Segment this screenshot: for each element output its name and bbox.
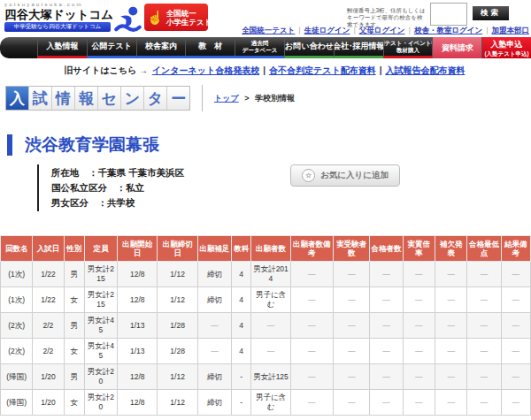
nav-item-label: 校舎案内 <box>145 41 177 52</box>
cell: — <box>467 262 501 287</box>
school-summary: 所在地 ：千葉県 千葉市美浜区国公私立区分 ：私立男女区分 ：共学校 ☆ お気に… <box>0 164 531 211</box>
vertical-divider <box>202 85 203 111</box>
cell: — <box>467 313 501 339</box>
cell: — <box>467 364 501 390</box>
old-site-label: 旧サイトはこちら → <box>65 65 148 75</box>
top-link-0[interactable]: 全国統一テスト <box>242 26 295 34</box>
cell: 1/28 <box>158 339 197 364</box>
cell: 1/28 <box>158 313 197 339</box>
app-logo[interactable]: yotsuyaotsuka.com 四谷大塚ドットコム 中学受験なら四谷大塚ドッ… <box>4 2 112 32</box>
cell: (2次) <box>1 313 33 339</box>
favorite-button-label: お気に入りに追加 <box>320 170 389 181</box>
logo-char: セ <box>97 87 120 110</box>
cell: — <box>334 262 370 287</box>
cell: 男 <box>64 313 84 339</box>
cell: 1/12 <box>158 364 197 390</box>
cell: — <box>290 364 333 390</box>
nav-item-label: (入塾テスト申込) <box>484 50 528 57</box>
nav-item-4[interactable]: 過去問データベース <box>235 37 284 58</box>
cell: - <box>232 390 251 416</box>
old-site-link-2[interactable]: 入試報告会配布資料 <box>385 65 465 75</box>
nav-item-5[interactable]: お問い合わせ <box>284 37 334 58</box>
cell: — <box>403 313 435 339</box>
favorite-button[interactable]: ☆ お気に入りに追加 <box>290 164 400 187</box>
logo-char: ン <box>120 87 143 110</box>
nav-item-6[interactable]: 会社･採用情報 <box>334 37 383 58</box>
national-test-badge[interactable]: ☝ 全国統一 小学生テスト <box>144 4 208 31</box>
logo-tagline: 中学受験なら四谷大塚ドットコム <box>4 22 111 32</box>
old-site-link-1[interactable]: 合不合判定テスト配布資料 <box>269 65 376 75</box>
nav-item-1[interactable]: 公開テスト <box>87 37 136 58</box>
nav-item-label: 教 材 <box>198 41 222 52</box>
nav-item-8[interactable]: 資料請求 <box>432 37 481 58</box>
nav-item-label: 公開テスト <box>91 41 132 52</box>
column-header: 性別 <box>64 236 84 262</box>
cell: — <box>290 287 333 313</box>
top-link-2[interactable]: 父母ログイン <box>359 26 405 34</box>
old-site-link-0[interactable]: インターネット合格発表校 <box>152 65 259 75</box>
nav-item-label: データベース <box>242 47 278 54</box>
cell: — <box>334 339 370 364</box>
campus-search-input[interactable] <box>430 3 467 26</box>
cell: — <box>370 364 403 390</box>
table-row: (1次)1/22男男女計21512/81/12締切4男女計2014——————— <box>1 262 531 287</box>
link-separator: | <box>263 65 266 75</box>
top-link-1[interactable]: 生徒ログイン <box>304 26 350 34</box>
nav-item-label: 会社･採用情報 <box>334 41 383 52</box>
column-header: 実質倍率 <box>403 236 435 262</box>
cell: — <box>435 313 466 339</box>
cell: 1/20 <box>33 364 64 390</box>
nav-item-7[interactable]: 公開テスト・イベント申込教材購入 <box>383 37 433 58</box>
cell: 4 <box>232 287 251 313</box>
top-link-4[interactable]: 加盟本部口 <box>492 26 530 34</box>
cell: — <box>334 390 370 416</box>
cell: 締切 <box>197 364 231 390</box>
cell: 男 <box>64 364 84 390</box>
nav-item-label: 過去問 <box>251 40 269 47</box>
top-links: 全国統一テスト｜生徒ログイン｜父母ログイン｜校舎・教室ログイン｜加盟本部口 <box>242 26 529 36</box>
column-header: 実受験者数 <box>334 236 370 262</box>
cell: — <box>403 287 435 313</box>
cell: 2/2 <box>33 339 64 364</box>
cell: 男女計215 <box>84 262 117 287</box>
link-separator: ｜ <box>296 26 303 34</box>
cell: — <box>251 313 290 339</box>
top-link-3[interactable]: 校舎・教室ログイン <box>414 26 482 34</box>
cell: 1/13 <box>118 313 158 339</box>
cell: — <box>370 287 403 313</box>
nav-item-9[interactable]: 入塾申込(入塾テスト申込) <box>481 37 531 58</box>
info-line: 所在地 ：千葉県 千葉市美浜区 <box>51 165 184 180</box>
search-button[interactable]: 検索 <box>473 6 509 20</box>
logo-domain: yotsuyaotsuka.com <box>4 2 112 8</box>
cell: — <box>290 339 333 364</box>
cell: 男子に含む <box>251 390 290 416</box>
cell: 男女計45 <box>84 313 117 339</box>
breadcrumb-home-link[interactable]: トップ <box>214 94 239 103</box>
link-separator: | <box>380 65 382 75</box>
cell: — <box>501 262 530 287</box>
section-header: 入試情報センター トップ > 学校別情報 <box>5 84 531 112</box>
cell: (帰国) <box>1 390 33 416</box>
cell: — <box>501 390 530 416</box>
yotsuya-mascot-icon <box>113 5 142 34</box>
logo-char: ー <box>166 87 189 110</box>
nav-item-3[interactable]: 教 材 <box>185 37 235 58</box>
nav-item-label: 教材購入 <box>396 47 419 54</box>
breadcrumb-separator: > <box>244 94 249 103</box>
badge-text: 全国統一 小学生テスト <box>166 9 212 27</box>
link-separator: ｜ <box>483 26 490 34</box>
cell: 男女計45 <box>84 339 117 364</box>
cell: 4 <box>232 262 251 287</box>
cell: 男子に含む <box>251 287 290 313</box>
cell: — <box>334 287 370 313</box>
table-row: (帰国)1/20男男女計2012/81/12締切-男女計125——————— <box>1 364 531 390</box>
logo-char: 入 <box>6 87 28 110</box>
nav-item-0[interactable]: 入塾情報 <box>37 37 87 58</box>
nav-item-2[interactable]: 校舎案内 <box>136 37 186 58</box>
cell: — <box>370 313 403 339</box>
cell: — <box>403 339 435 364</box>
cell: — <box>197 313 231 339</box>
cell: (2次) <box>1 339 33 364</box>
info-line: 男女区分 ：共学校 <box>51 195 184 210</box>
nav-item-label: 入塾申込 <box>491 39 523 50</box>
